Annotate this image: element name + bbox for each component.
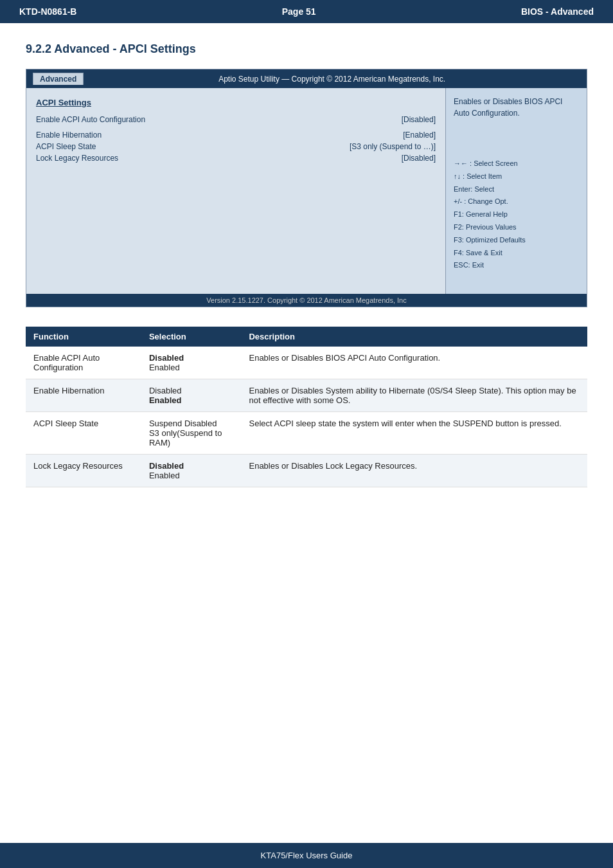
col-selection: Selection	[141, 327, 242, 347]
bios-group-settings: Enable Hibernation [Enabled] ACPI Sleep …	[36, 131, 436, 163]
table-row: Enable ACPI Auto ConfigurationDisabledEn…	[26, 347, 587, 379]
key-f3: F3: Optimized Defaults	[454, 234, 579, 247]
selection-option: Enabled	[149, 395, 234, 405]
selection-option: Disabled	[149, 461, 234, 471]
key-esc: ESC: Exit	[454, 259, 579, 272]
bios-title-text: Aptio Setup Utility — Copyright © 2012 A…	[84, 75, 580, 84]
key-f1: F1: General Help	[454, 208, 579, 221]
key-enter: Enter: Select	[454, 183, 579, 196]
bios-value-lock-legacy: [Disabled]	[402, 154, 436, 163]
bios-key-legend-section: →← : Select Screen ↑↓ : Select Item Ente…	[454, 158, 579, 272]
header-right: BIOS - Advanced	[521, 6, 594, 17]
selection-option: Enabled	[149, 363, 234, 372]
cell-description: Enables or Disables System ability to Hi…	[241, 379, 587, 412]
bios-label-acpi-auto: Enable ACPI Auto Configuration	[36, 115, 145, 124]
cell-description: Select ACPI sleep state the system will …	[241, 412, 587, 455]
bios-inner: ACPI Settings Enable ACPI Auto Configura…	[26, 88, 587, 294]
bios-footer: Version 2.15.1227. Copyright © 2012 Amer…	[26, 294, 587, 307]
table-row: Enable HibernationDisabledEnabledEnables…	[26, 379, 587, 412]
bios-help-section: Enables or Disables BIOS APCI Auto Confi…	[454, 96, 579, 119]
bios-value-sleep-state: [S3 only (Suspend to …)]	[350, 142, 436, 151]
bios-value-hibernation: [Enabled]	[403, 131, 436, 140]
cell-function: Enable ACPI Auto Configuration	[26, 347, 141, 379]
cell-selection: Suspend DisabledS3 only(Suspend to RAM)	[141, 412, 242, 455]
cell-description: Enables or Disables BIOS APCI Auto Confi…	[241, 347, 587, 379]
bios-label-sleep-state: ACPI Sleep State	[36, 142, 96, 151]
col-description: Description	[241, 327, 587, 347]
bios-title-bar: Advanced Aptio Setup Utility — Copyright…	[26, 69, 587, 88]
main-content: 9.2.2 Advanced - APCI Settings Advanced …	[0, 23, 613, 526]
table-header-row: Function Selection Description	[26, 327, 587, 347]
bios-row-acpi-auto[interactable]: Enable ACPI Auto Configuration [Disabled…	[36, 115, 436, 124]
selection-option: Disabled	[149, 386, 234, 395]
selection-option: Enabled	[149, 471, 234, 480]
page-footer: KTA75/Flex Users Guide	[0, 843, 613, 868]
bios-right: Enables or Disables BIOS APCI Auto Confi…	[445, 88, 587, 294]
key-f2: F2: Previous Values	[454, 221, 579, 234]
bios-tab[interactable]: Advanced	[33, 73, 84, 85]
bios-panel: Advanced Aptio Setup Utility — Copyright…	[26, 69, 587, 307]
key-change-opt: +/- : Change Opt.	[454, 195, 579, 208]
cell-selection: DisabledEnabled	[141, 455, 242, 487]
cell-selection: DisabledEnabled	[141, 347, 242, 379]
bios-value-acpi-auto: [Disabled]	[402, 115, 436, 124]
bios-left: ACPI Settings Enable ACPI Auto Configura…	[26, 88, 445, 294]
table-row: ACPI Sleep StateSuspend DisabledS3 only(…	[26, 412, 587, 455]
selection-option: S3 only(Suspend to RAM)	[149, 428, 234, 448]
cell-selection: DisabledEnabled	[141, 379, 242, 412]
cell-function: ACPI Sleep State	[26, 412, 141, 455]
bios-label-hibernation: Enable Hibernation	[36, 131, 102, 140]
cell-function: Enable Hibernation	[26, 379, 141, 412]
section-title: 9.2.2 Advanced - APCI Settings	[26, 42, 587, 56]
key-select-item: ↑↓ : Select Item	[454, 170, 579, 183]
col-function: Function	[26, 327, 141, 347]
bios-section-header: ACPI Settings	[36, 98, 436, 107]
bios-row-lock-legacy[interactable]: Lock Legacy Resources [Disabled]	[36, 154, 436, 163]
header-center: Page 51	[282, 6, 316, 17]
selection-option: Suspend Disabled	[149, 419, 234, 428]
key-f4: F4: Save & Exit	[454, 247, 579, 260]
table-row: Lock Legacy ResourcesDisabledEnabledEnab…	[26, 455, 587, 487]
bios-label-lock-legacy: Lock Legacy Resources	[36, 154, 118, 163]
selection-option: Disabled	[149, 353, 234, 363]
key-select-screen: →← : Select Screen	[454, 158, 579, 170]
bios-help-text: Enables or Disables BIOS APCI Auto Confi…	[454, 96, 579, 119]
cell-function: Lock Legacy Resources	[26, 455, 141, 487]
bios-key-legend: →← : Select Screen ↑↓ : Select Item Ente…	[454, 158, 579, 272]
page-header: KTD-N0861-B Page 51 BIOS - Advanced	[0, 0, 613, 23]
header-left: KTD-N0861-B	[19, 6, 76, 17]
bios-row-sleep-state[interactable]: ACPI Sleep State [S3 only (Suspend to …)…	[36, 142, 436, 151]
function-table: Function Selection Description Enable AC…	[26, 327, 587, 487]
cell-description: Enables or Disables Lock Legacy Resource…	[241, 455, 587, 487]
bios-row-hibernation[interactable]: Enable Hibernation [Enabled]	[36, 131, 436, 140]
